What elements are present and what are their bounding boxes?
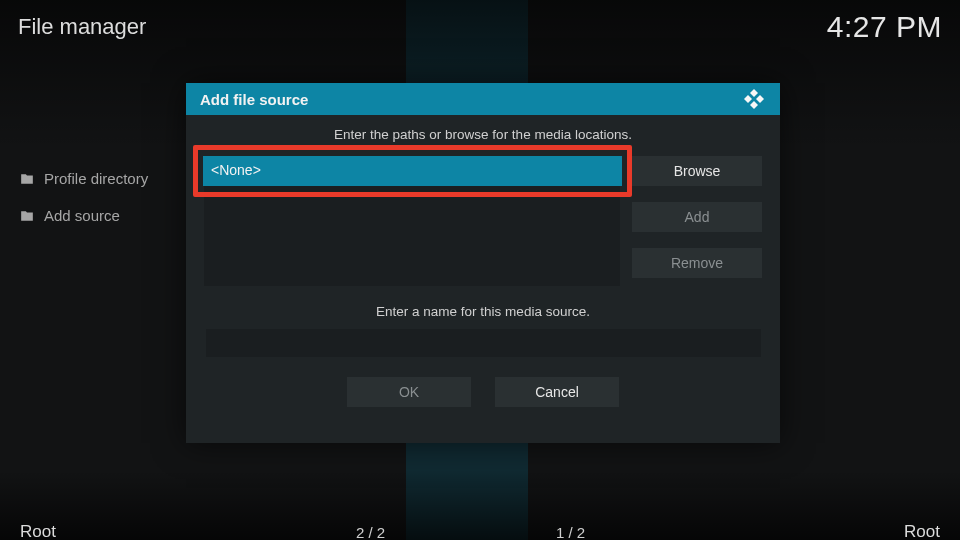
cancel-button[interactable]: Cancel: [495, 377, 619, 407]
remove-button[interactable]: Remove: [632, 248, 762, 278]
path-area: <None> Browse Add Remove: [204, 156, 762, 286]
name-prompt: Enter a name for this media source.: [204, 304, 762, 319]
path-list[interactable]: <None>: [204, 156, 620, 286]
dialog-header: Add file source: [186, 83, 780, 115]
kodi-logo-icon: [742, 87, 766, 111]
dialog-footer-buttons: OK Cancel: [204, 377, 762, 407]
file-item-profile-directory[interactable]: Profile directory: [0, 160, 200, 197]
browse-button[interactable]: Browse: [632, 156, 762, 186]
status-left-position: 2 / 2: [356, 524, 385, 541]
add-file-source-dialog: Add file source Enter the paths or brows…: [186, 83, 780, 443]
status-left-label: Root: [20, 522, 56, 540]
file-list-left: Profile directory Add source: [0, 160, 200, 234]
add-button[interactable]: Add: [632, 202, 762, 232]
folder-icon: [20, 172, 34, 186]
top-bar: File manager 4:27 PM: [0, 6, 960, 48]
status-right-position: 1 / 2: [556, 524, 585, 541]
status-right-label: Root: [904, 522, 940, 540]
folder-icon: [20, 209, 34, 223]
background-fade-bottom: [0, 470, 960, 540]
ok-button[interactable]: OK: [347, 377, 471, 407]
file-item-add-source[interactable]: Add source: [0, 197, 200, 234]
dialog-body: Enter the paths or browse for the media …: [186, 115, 780, 407]
dialog-title: Add file source: [200, 91, 308, 108]
file-item-label: Add source: [44, 207, 120, 224]
media-name-input[interactable]: [206, 329, 761, 357]
paths-prompt: Enter the paths or browse for the media …: [204, 127, 762, 142]
page-title: File manager: [18, 14, 146, 40]
path-entry-selected[interactable]: <None>: [203, 156, 622, 186]
file-item-label: Profile directory: [44, 170, 148, 187]
clock: 4:27 PM: [827, 10, 942, 44]
path-side-buttons: Browse Add Remove: [632, 156, 762, 286]
